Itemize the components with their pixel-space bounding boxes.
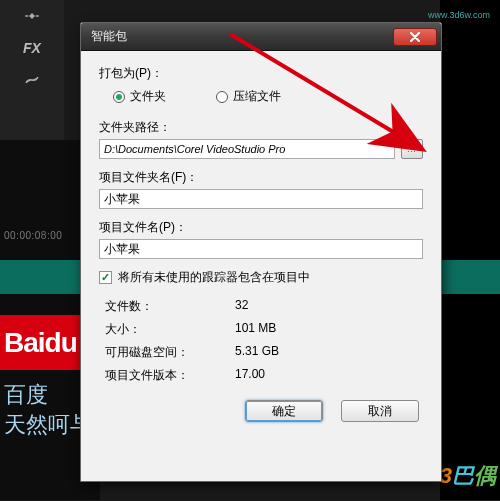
bg-url-text: www.3d6w.com xyxy=(428,10,490,20)
radio-folder-input[interactable] xyxy=(113,91,125,103)
browse-button[interactable]: ... xyxy=(401,139,423,159)
folder-path-field[interactable]: D:\Documents\Corel VideoStudio Pro xyxy=(99,139,395,159)
radio-zip-label: 压缩文件 xyxy=(233,88,281,105)
dialog-button-row: 确定 取消 xyxy=(99,400,423,422)
svg-rect-1 xyxy=(36,15,39,17)
dialog-body: 打包为(P)： 文件夹 压缩文件 文件夹路径： D:\Documents\Cor… xyxy=(81,51,441,432)
folder-path-label: 文件夹路径： xyxy=(99,119,423,136)
package-as-label: 打包为(P)： xyxy=(99,65,423,82)
svg-rect-0 xyxy=(25,15,28,17)
info-grid: 文件数： 32 大小： 101 MB 可用磁盘空间： 5.31 GB 项目文件版… xyxy=(105,298,423,384)
size-value: 101 MB xyxy=(235,321,423,338)
dialog-title: 智能包 xyxy=(91,28,127,45)
cancel-button[interactable]: 取消 xyxy=(341,400,419,422)
project-folder-name-field[interactable]: 小苹果 xyxy=(99,189,423,209)
include-trackers-label: 将所有未使用的跟踪器包含在项目中 xyxy=(118,269,310,286)
tool-settings-icon[interactable] xyxy=(0,0,64,32)
bg-caption-1: 百度 xyxy=(4,380,48,410)
tool-fx-icon[interactable]: FX xyxy=(0,32,64,64)
bg-right-column xyxy=(440,0,500,500)
version-value: 17.00 xyxy=(235,367,423,384)
smart-package-dialog: 智能包 打包为(P)： 文件夹 压缩文件 文件夹路径： D:\Documents… xyxy=(80,22,442,482)
tool-path-icon[interactable] xyxy=(0,64,64,96)
project-file-name-label: 项目文件名(P)： xyxy=(99,219,423,236)
radio-zip-option[interactable]: 压缩文件 xyxy=(216,88,281,105)
file-count-label: 文件数： xyxy=(105,298,235,315)
project-file-name-field[interactable]: 小苹果 xyxy=(99,239,423,259)
package-as-radios: 文件夹 压缩文件 xyxy=(113,88,423,105)
version-label: 项目文件版本： xyxy=(105,367,235,384)
watermark-text: 3巴偶 xyxy=(440,461,496,491)
radio-folder-option[interactable]: 文件夹 xyxy=(113,88,166,105)
size-label: 大小： xyxy=(105,321,235,338)
editor-toolbar: FX xyxy=(0,0,64,140)
include-trackers-checkbox[interactable] xyxy=(99,271,112,284)
ok-button[interactable]: 确定 xyxy=(245,400,323,422)
close-button[interactable] xyxy=(393,28,437,46)
disk-space-label: 可用磁盘空间： xyxy=(105,344,235,361)
file-count-value: 32 xyxy=(235,298,423,315)
include-trackers-row[interactable]: 将所有未使用的跟踪器包含在项目中 xyxy=(99,269,423,286)
dialog-titlebar[interactable]: 智能包 xyxy=(81,23,441,51)
radio-folder-label: 文件夹 xyxy=(130,88,166,105)
radio-zip-input[interactable] xyxy=(216,91,228,103)
disk-space-value: 5.31 GB xyxy=(235,344,423,361)
close-icon xyxy=(409,32,421,42)
project-folder-name-label: 项目文件夹名(F)： xyxy=(99,169,423,186)
